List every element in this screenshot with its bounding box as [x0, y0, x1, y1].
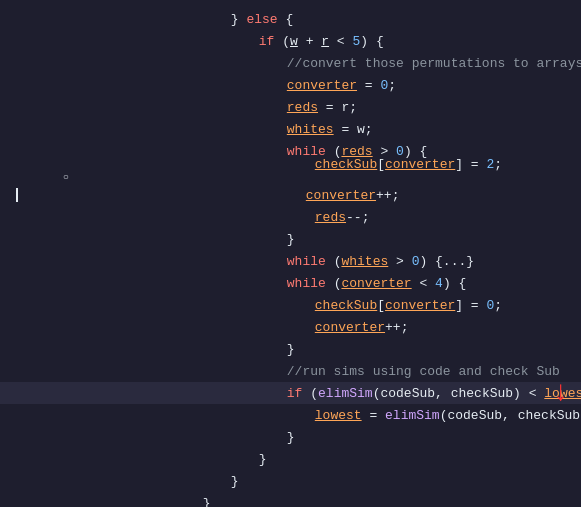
code-editor: } else { if (w + r < 5) { //convert thos…: [0, 0, 581, 507]
code-line-23: }: [0, 492, 581, 507]
